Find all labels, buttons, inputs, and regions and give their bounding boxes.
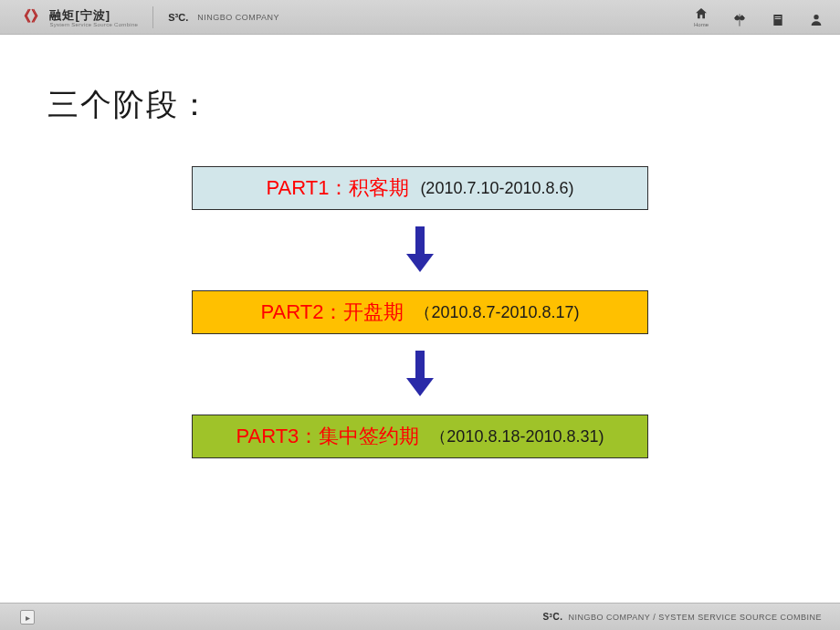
footer-ssc: S³C. xyxy=(542,612,562,622)
stage-2-box: PART2：开盘期 （2010.8.7-2010.8.17) xyxy=(192,290,648,334)
brand-sub: System Service Source Combine xyxy=(49,22,138,27)
top-bar: 《 》 融矩[宁波] System Service Source Combine… xyxy=(0,0,840,35)
brand-block: 《 》 融矩[宁波] System Service Source Combine… xyxy=(16,6,279,28)
stage-3-date: （2010.8.18-2010.8.31) xyxy=(430,425,604,447)
svg-rect-4 xyxy=(415,226,425,254)
svg-rect-0 xyxy=(773,15,782,26)
home-icon[interactable]: Home xyxy=(694,6,709,27)
stage-3-box: PART3：集中签约期 （2010.8.18-2010.8.31) xyxy=(192,415,648,458)
svg-point-3 xyxy=(814,15,818,19)
svg-rect-1 xyxy=(775,16,782,17)
stage-2-label: PART2：开盘期 xyxy=(260,299,404,326)
flow-diagram: PART1：积客期 (2010.7.10-2010.8.6) PART2：开盘期… xyxy=(0,166,840,458)
ssc-sub: NINGBO COMPANY xyxy=(197,13,279,22)
topbar-icons: Home xyxy=(694,6,824,27)
arrow-down-icon xyxy=(406,351,434,396)
stage-3-label: PART3：集中签约期 xyxy=(236,423,419,450)
stage-1-date: (2010.7.10-2010.8.6) xyxy=(420,179,573,198)
stage-2-date: （2010.8.7-2010.8.17) xyxy=(415,301,579,323)
stage-1-label: PART1：积客期 xyxy=(266,174,409,202)
divider xyxy=(152,6,153,28)
projector-control-icon[interactable]: ▸ xyxy=(20,610,35,625)
svg-marker-7 xyxy=(406,378,434,396)
arrow-down-icon xyxy=(406,226,434,272)
svg-marker-5 xyxy=(406,254,434,272)
brand-glyph: 《 》 xyxy=(16,7,44,26)
brand-text: 融矩[宁波] System Service Source Combine xyxy=(49,7,138,27)
person-icon[interactable] xyxy=(809,13,824,27)
stage-1-box: PART1：积客期 (2010.7.10-2010.8.6) xyxy=(192,166,648,210)
footer-bar: S³C. NINGBO COMPANY / SYSTEM SERVICE SOU… xyxy=(0,603,840,630)
ssc-mark: S³C. xyxy=(168,12,188,23)
footer-text: NINGBO COMPANY / SYSTEM SERVICE SOURCE C… xyxy=(568,613,822,622)
doc-icon[interactable] xyxy=(771,13,785,27)
balance-icon[interactable] xyxy=(732,13,747,27)
svg-rect-6 xyxy=(415,351,425,378)
page-title: 三个阶段： xyxy=(47,84,212,126)
svg-rect-2 xyxy=(775,18,782,19)
